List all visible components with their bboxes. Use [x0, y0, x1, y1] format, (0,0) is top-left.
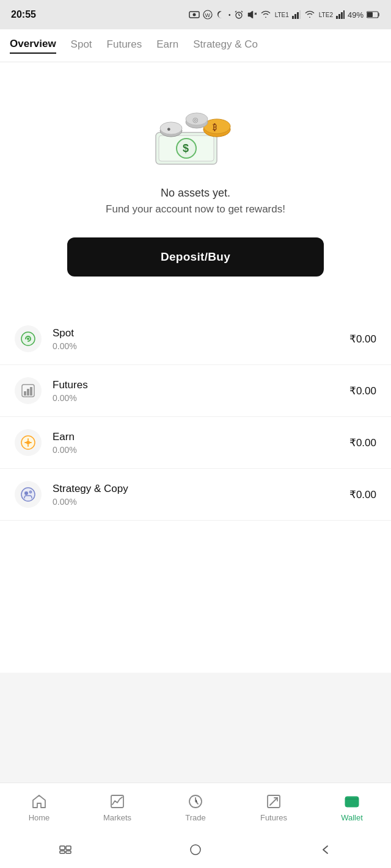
mute-icon: [247, 10, 257, 20]
asset-list: Spot 0.00% ₹0.00 Futures 0.00% ₹0.00 Ear…: [0, 313, 391, 521]
svg-point-51: [355, 801, 357, 803]
nav-wallet[interactable]: Wallet: [327, 793, 376, 822]
list-item[interactable]: Strategy & Copy 0.00% ₹0.00: [0, 469, 391, 521]
svg-text:◎: ◎: [192, 116, 199, 123]
tab-overview[interactable]: Overview: [10, 38, 56, 54]
svg-rect-54: [60, 851, 65, 853]
top-nav: Overview Spot Futures Earn Strategy & Co: [0, 29, 391, 62]
signal2-icon: [336, 10, 345, 19]
wallet-nav-icon: [343, 793, 360, 810]
strategy-icon: [15, 481, 42, 508]
main-content: $ ● ₿ ◎ No assets yet. Fund your account…: [0, 62, 391, 673]
svg-rect-52: [60, 846, 65, 850]
deposit-buy-button[interactable]: Deposit/Buy: [67, 237, 324, 277]
list-item[interactable]: Spot 0.00% ₹0.00: [0, 313, 391, 365]
svg-text:W: W: [205, 12, 211, 18]
alarm-icon: [234, 10, 244, 20]
strategy-value: ₹0.00: [349, 488, 376, 501]
list-item[interactable]: Earn 0.00% ₹0.00: [0, 417, 391, 469]
spot-icon: [15, 325, 42, 352]
svg-rect-15: [341, 12, 343, 19]
home-icon: [31, 793, 48, 810]
earn-value: ₹0.00: [349, 436, 376, 449]
recents-button[interactable]: [47, 837, 84, 862]
trade-label: Trade: [185, 813, 205, 822]
svg-point-42: [29, 491, 32, 493]
futures-pct: 0.00%: [53, 393, 349, 403]
nav-futures-icon: [265, 793, 282, 810]
nav-home[interactable]: Home: [15, 793, 64, 822]
svg-point-33: [27, 338, 29, 340]
svg-rect-56: [191, 845, 200, 855]
svg-rect-18: [367, 12, 373, 17]
lte2-label: LTE2: [319, 12, 333, 18]
strategy-info: Strategy & Copy 0.00%: [53, 483, 349, 507]
status-icons: W • LTE1 LTE2 49%: [189, 10, 380, 20]
system-nav: [0, 831, 391, 868]
empty-subtitle: Fund your account now to get rewards!: [106, 203, 285, 215]
svg-rect-14: [338, 14, 340, 19]
svg-rect-55: [66, 851, 71, 853]
futures-name: Futures: [53, 379, 349, 391]
empty-title: No assets yet.: [161, 187, 230, 200]
svg-point-1: [193, 13, 196, 16]
battery-text: 49%: [348, 10, 364, 20]
tab-futures[interactable]: Futures: [107, 38, 142, 53]
spot-info: Spot 0.00%: [53, 327, 349, 351]
lte1-label: LTE1: [275, 12, 289, 18]
markets-label: Markets: [103, 813, 131, 822]
earn-icon: [15, 429, 42, 456]
strategy-name: Strategy & Copy: [53, 483, 349, 495]
tab-strategy[interactable]: Strategy & Co: [193, 38, 258, 53]
tab-earn[interactable]: Earn: [156, 38, 178, 53]
home-button[interactable]: [177, 837, 214, 862]
dot-icon: •: [228, 12, 231, 18]
svg-text:●: ●: [167, 125, 171, 132]
signal1-icon: [292, 10, 301, 19]
tab-spot[interactable]: Spot: [71, 38, 92, 53]
nav-markets[interactable]: Markets: [93, 793, 142, 822]
svg-point-24: [160, 122, 182, 134]
svg-rect-35: [24, 391, 26, 396]
whatsapp-icon: W: [203, 10, 213, 20]
battery-icon: [367, 11, 380, 18]
svg-rect-36: [27, 389, 29, 396]
home-label: Home: [29, 813, 50, 822]
svg-point-41: [24, 491, 28, 495]
earn-name: Earn: [53, 431, 349, 443]
empty-illustration: $ ● ₿ ◎: [147, 99, 244, 172]
photo-icon: [189, 10, 200, 19]
svg-rect-12: [299, 10, 301, 19]
trade-icon: [187, 793, 204, 810]
empty-state: $ ● ₿ ◎ No assets yet. Fund your account…: [0, 62, 391, 301]
svg-rect-13: [336, 16, 338, 19]
wifi2-icon: [304, 10, 316, 19]
bottom-nav: Home Markets Trade Futures Wallet: [0, 783, 391, 831]
list-item[interactable]: Futures 0.00% ₹0.00: [0, 365, 391, 417]
wifi-icon: [260, 10, 272, 19]
spot-pct: 0.00%: [53, 341, 349, 351]
svg-point-40: [21, 488, 35, 501]
svg-line-46: [270, 798, 277, 805]
svg-rect-53: [66, 846, 71, 850]
status-bar: 20:55 W • LTE1 LTE2 49%: [0, 0, 391, 29]
futures-nav-label: Futures: [260, 813, 287, 822]
svg-rect-9: [292, 16, 294, 19]
svg-rect-10: [294, 14, 296, 19]
svg-rect-11: [297, 12, 299, 19]
svg-rect-16: [343, 10, 345, 19]
svg-text:₿: ₿: [213, 123, 217, 132]
status-time: 20:55: [11, 9, 36, 20]
svg-point-39: [26, 441, 30, 444]
moon-icon: [216, 10, 225, 20]
svg-rect-37: [30, 387, 32, 396]
markets-icon: [109, 793, 126, 810]
nav-futures[interactable]: Futures: [249, 793, 298, 822]
wallet-label: Wallet: [341, 813, 363, 822]
earn-info: Earn 0.00%: [53, 431, 349, 455]
futures-info: Futures 0.00%: [53, 379, 349, 403]
nav-trade[interactable]: Trade: [171, 793, 220, 822]
back-button[interactable]: [307, 837, 344, 862]
spot-name: Spot: [53, 327, 349, 339]
strategy-pct: 0.00%: [53, 497, 349, 507]
